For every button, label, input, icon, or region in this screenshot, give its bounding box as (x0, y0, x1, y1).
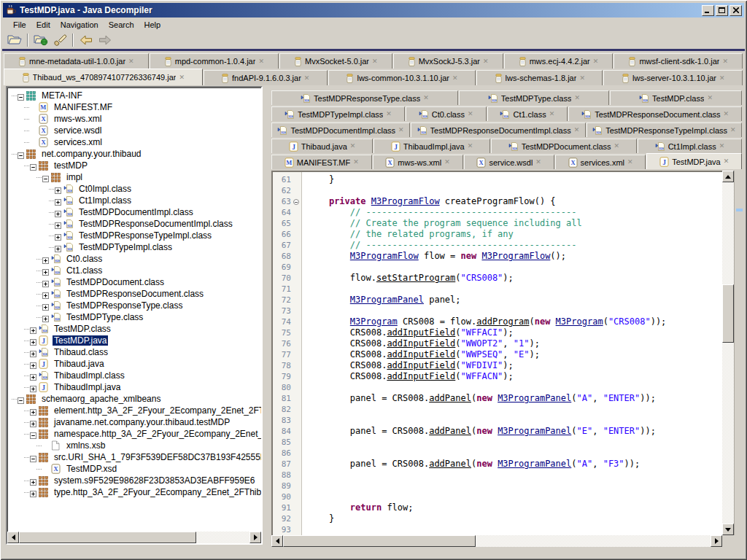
tab-close-icon[interactable]: ✕ (372, 58, 378, 65)
tab-close-icon[interactable]: ✕ (304, 75, 310, 82)
expand-icon[interactable] (30, 408, 36, 414)
tree-item-ct0-class[interactable]: 010Ct0.class (9, 253, 261, 265)
expand-icon[interactable] (30, 338, 36, 344)
scroll-thumb[interactable] (722, 284, 734, 343)
tree-item-service-wsdl[interactable]: Xservice.wsdl (9, 125, 261, 136)
title-bar[interactable]: TestMDP.java - Java Decompiler (3, 3, 744, 18)
expand-icon[interactable] (55, 244, 61, 251)
tree-item-xmlns-xsb[interactable]: xmlns.xsb (9, 440, 261, 451)
tree-item-testmdptype-class[interactable]: 010TestMDPType.class (9, 311, 261, 323)
tree-item-src-uri-sha-1-79f3f539def58dc37b193f42555e708150[interactable]: src.URI_SHA_1_79F3F539DEF58DC37B193F4255… (9, 451, 261, 463)
class-tab-testmdpresponsetype-class[interactable]: 010TestMDPResponseType.class✕ (271, 90, 458, 105)
tree-item-testmdp-xsd[interactable]: XTestMDP.xsd (9, 463, 261, 475)
tab-close-icon[interactable]: ✕ (719, 75, 725, 82)
code-link[interactable]: M3ProgramPanel (350, 295, 424, 305)
tree-item-type-http-3a-2f-2fyour-2ecompany-2enet-2fthibaud-2f[interactable]: type.http_3A_2F_2Fyour_2Ecompany_2Enet_2… (9, 486, 261, 498)
code-link[interactable]: M3ProgramFlow (481, 251, 550, 261)
tab-close-icon[interactable]: ✕ (444, 159, 450, 166)
tree-item-element-http-3a-2f-2fyour-2ecompany-2enet-2fthibaud[interactable]: element.http_3A_2F_2Fyour_2Ecompany_2Ene… (9, 405, 261, 416)
tree-item-thibaud-java[interactable]: JThibaud.java (9, 358, 261, 370)
collapse-icon[interactable] (18, 151, 24, 158)
class-tab-ct0-class[interactable]: 010Ct0.class✕ (406, 106, 487, 121)
forward-button[interactable] (96, 32, 114, 48)
jar-tab-thibaud-ws-4708974107726336749-jar[interactable]: Thibaud_ws_4708974107726336749.jar✕ (4, 69, 203, 85)
code-link[interactable]: M3ProgramPanel (498, 393, 571, 403)
expand-icon[interactable] (55, 209, 61, 216)
menu-item-file[interactable]: File (8, 20, 31, 30)
code-link[interactable]: M3Program (556, 316, 603, 327)
expand-icon[interactable] (42, 279, 49, 286)
tree-item-testmdpresponsetypeimpl-class[interactable]: 010TestMDPResponseTypeImpl.class (9, 230, 261, 241)
collapse-icon[interactable] (30, 454, 36, 461)
tree-item-impl[interactable]: impl (9, 171, 261, 183)
class-tab-testmdpdocument-class[interactable]: 010TestMDPDocument.class✕ (491, 139, 637, 153)
code-link[interactable]: addPanel (429, 426, 471, 436)
class-tab-ct1-class[interactable]: 010Ct1.class✕ (487, 106, 568, 121)
tab-close-icon[interactable]: ✕ (423, 95, 429, 101)
tree-item-ct1-class[interactable]: 010Ct1.class (9, 265, 261, 276)
collapse-icon[interactable] (18, 93, 24, 99)
scroll-left-button[interactable] (7, 532, 19, 543)
editor-vertical-scrollbar[interactable] (722, 171, 734, 535)
tree-item-net-company-your-thibaud[interactable]: net.company.your.thibaud (9, 148, 261, 160)
tree-item-manifest-mf[interactable]: MMANIFEST.MF (9, 101, 261, 113)
menu-item-help[interactable]: Help (139, 20, 166, 30)
tab-close-icon[interactable]: ✕ (730, 127, 736, 133)
tab-close-icon[interactable]: ✕ (549, 111, 555, 117)
tab-close-icon[interactable]: ✕ (724, 111, 729, 117)
menu-item-navigation[interactable]: Navigation (55, 20, 104, 30)
code-link[interactable]: M3Program (350, 316, 398, 327)
code-link[interactable]: M3ProgramPanel (498, 459, 571, 469)
fold-collapse-icon[interactable] (293, 199, 299, 205)
tree-item-javaname-net-company-your-thibaud-testmdp[interactable]: javaname.net.company.your.thibaud.testMD… (9, 416, 261, 428)
scroll-up-button[interactable] (722, 171, 734, 182)
class-tab-thibaudimpl-java[interactable]: JThibaudImpl.java✕ (374, 139, 490, 153)
editor-horizontal-scrollbar[interactable] (271, 535, 722, 547)
scroll-down-button[interactable] (722, 524, 734, 535)
class-tab-services-xml[interactable]: Xservices.xml✕ (555, 155, 646, 169)
tab-close-icon[interactable]: ✕ (627, 159, 633, 166)
tree-item-testmdp[interactable]: testMDP (9, 160, 261, 171)
tree-item-testmdpresponsedocumentimpl-class[interactable]: 010TestMDPResponseDocumentImpl.class (9, 218, 261, 230)
class-tab-thibaud-java[interactable]: JThibaud.java✕ (271, 139, 373, 153)
jar-tab-mpd-common-1-0-4-jar[interactable]: mpd-common-1.0.4.jar✕ (150, 53, 279, 69)
back-button[interactable] (77, 32, 95, 48)
scroll-right-button[interactable] (249, 532, 261, 543)
expand-icon[interactable] (30, 419, 36, 426)
expand-icon[interactable] (30, 384, 36, 391)
expand-icon[interactable] (42, 268, 49, 274)
code-link[interactable]: addPanel (429, 459, 471, 469)
tree-item-system-s9f529e98628f23d3853ad3eabff959e6[interactable]: system.s9F529E98628F23D3853AD3EABFF959E6 (9, 475, 261, 486)
tab-close-icon[interactable]: ✕ (452, 75, 458, 82)
tab-close-icon[interactable]: ✕ (535, 159, 541, 166)
jar-tab-mvxsocket-5-0-jar[interactable]: MvxSocket-5.0.jar✕ (279, 53, 392, 69)
menu-item-search[interactable]: Search (104, 20, 139, 30)
tree-item-services-xml[interactable]: Xservices.xml (9, 136, 261, 148)
scroll-track[interactable] (19, 532, 249, 543)
scroll-thumb[interactable] (283, 535, 476, 547)
code-link[interactable]: addInputField (387, 327, 455, 338)
class-tab-testmdptype-class[interactable]: 010TestMDPType.class✕ (459, 90, 609, 105)
class-tab-testmdp-class[interactable]: 010TestMDP.class✕ (610, 90, 742, 105)
tree-item-testmdpresponsetype-class[interactable]: 010TestMDPResponseType.class (9, 300, 261, 311)
tree-item-testmdp-class[interactable]: 010TestMDP.class (9, 323, 261, 335)
expand-icon[interactable] (42, 291, 49, 298)
tab-close-icon[interactable]: ✕ (353, 159, 359, 166)
expand-icon[interactable] (30, 373, 36, 379)
tab-close-icon[interactable]: ✕ (614, 143, 620, 149)
tab-close-icon[interactable]: ✕ (707, 95, 713, 101)
expand-icon[interactable] (30, 349, 36, 356)
class-tab-testmdpresponsetypeimpl-class[interactable]: 010TestMDPResponseTypeImpl.class✕ (587, 122, 742, 137)
tree-item-thibaudimpl-java[interactable]: JThibaudImpl.java (9, 381, 261, 393)
tab-close-icon[interactable]: ✕ (719, 143, 725, 149)
jar-tab-fndapi-9-1-6-0-3-jar[interactable]: fndAPI-9.1.6.0.3.jar✕ (204, 70, 328, 85)
minimize-button[interactable] (702, 5, 714, 16)
scroll-left-button[interactable] (271, 535, 283, 547)
open-file-button[interactable] (6, 32, 23, 48)
tab-close-icon[interactable]: ✕ (593, 58, 599, 65)
code-area[interactable]: } private M3ProgramFlow createProgramFlo… (302, 172, 722, 535)
tab-close-icon[interactable]: ✕ (724, 158, 729, 165)
class-tab-service-wsdl[interactable]: Xservice.wsdl✕ (464, 155, 554, 169)
class-tab-testmdpresponsedocumentimpl-class[interactable]: 010TestMDPResponseDocumentImpl.class✕ (411, 122, 586, 137)
tab-close-icon[interactable]: ✕ (398, 127, 404, 133)
